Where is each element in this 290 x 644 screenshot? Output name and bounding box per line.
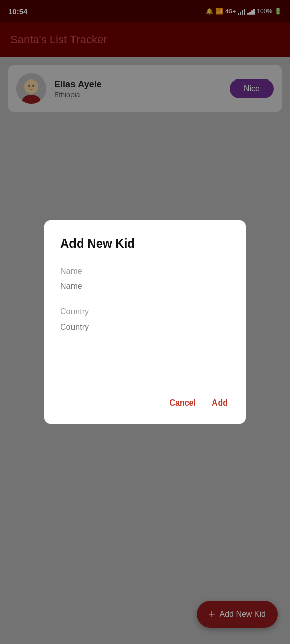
country-input-group: Country [60, 307, 230, 334]
country-label: Country [60, 307, 230, 316]
name-input[interactable] [60, 280, 230, 293]
dialog-actions: Cancel Add [60, 394, 230, 412]
dialog-spacer [60, 348, 230, 388]
dialog-title: Add New Kid [60, 236, 230, 251]
add-button[interactable]: Add [210, 394, 230, 412]
name-input-group: Name [60, 267, 230, 293]
add-kid-dialog: Add New Kid Name Country Cancel Add [44, 220, 246, 424]
country-input[interactable] [60, 320, 230, 334]
name-label: Name [60, 267, 230, 276]
cancel-button[interactable]: Cancel [167, 394, 197, 412]
overlay: Add New Kid Name Country Cancel Add [0, 0, 290, 644]
